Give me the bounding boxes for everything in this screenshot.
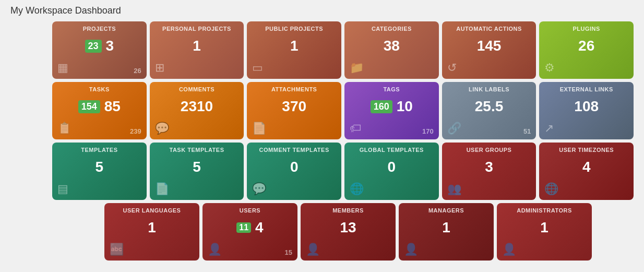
card-categories-title: CATEGORIES [350,26,434,32]
card-user-timezones-bottom: 🌐 [544,182,628,196]
tasks-badge: 154 [78,100,100,113]
card-comments-title: COMMENTS [155,86,239,92]
card-plugins-title: PLUGINS [544,26,628,32]
card-user-languages-bottom: 🔤 [110,243,194,256]
card-user-groups[interactable]: USER GROUPS 3 👥 [442,143,536,200]
card-user-timezones[interactable]: USER TIMEZONES 4 🌐 [539,143,634,200]
card-users-main: 11 4 [208,214,292,242]
card-users-title: USERS [208,207,292,214]
link-labels-icon: 🔗 [447,122,461,135]
card-link-labels-title: LINK LABELS [447,86,531,92]
card-comment-templates-bottom: 💬 [252,182,336,196]
card-public-projects[interactable]: PUBLIC PROJECTS 1 ▭ [247,21,341,79]
card-user-groups-bottom: 👥 [447,182,531,196]
tags-badge: 160 [371,100,392,113]
templates-icon: ▤ [57,182,68,196]
link-labels-number: 25.5 [475,98,504,115]
card-public-projects-main: 1 [252,32,336,60]
card-administrators[interactable]: ADMINISTRATORS 1 👤 [497,203,592,261]
card-global-templates-title: GLOBAL TEMPLATES [350,147,434,153]
card-categories-bottom: 📁 [350,61,434,75]
card-members[interactable]: MEMBERS 13 👤 [301,203,396,261]
templates-number: 5 [96,159,104,175]
attachments-icon: 📄 [252,122,266,135]
card-comments-bottom: 💬 [155,122,239,135]
card-public-projects-bottom: ▭ [252,61,336,75]
card-comment-templates-main: 0 [252,153,336,181]
card-categories[interactable]: CATEGORIES 38 📁 [344,21,439,79]
card-user-languages[interactable]: USER LANGUAGES 1 🔤 [104,203,199,261]
projects-sub: 26 [134,67,141,75]
categories-icon: 📁 [350,61,364,75]
card-task-templates-title: TASK TEMPLATES [155,147,239,153]
card-user-groups-title: USER GROUPS [447,147,531,153]
card-link-labels[interactable]: LINK LABELS 25.5 🔗 51 [442,82,536,139]
card-managers-main: 1 [404,214,488,242]
card-task-templates-main: 5 [155,153,239,181]
card-attachments-title: ATTACHMENTS [252,86,336,92]
card-projects[interactable]: PROJECTS 23 3 ▦ 26 [52,21,147,79]
categories-number: 38 [384,38,400,54]
card-automatic-actions-main: 145 [447,32,531,60]
link-labels-sub: 51 [523,127,531,135]
card-user-languages-main: 1 [110,214,194,242]
card-tasks[interactable]: TASKS 154 85 📋 239 [52,82,147,139]
external-links-number: 108 [574,98,599,115]
card-global-templates[interactable]: GLOBAL TEMPLATES 0 🌐 [344,143,439,200]
global-templates-icon: 🌐 [350,182,364,196]
card-templates-title: TEMPLATES [57,147,141,153]
users-badge: 11 [236,222,251,233]
global-templates-number: 0 [388,159,396,175]
user-timezones-number: 4 [582,159,591,175]
plugins-icon: ⚙ [544,61,555,75]
tasks-sub: 239 [130,127,141,135]
card-tags[interactable]: TAGS 160 10 🏷 170 [344,82,439,139]
card-automatic-actions[interactable]: AUTOMATIC ACTIONS 145 ↺ [442,21,536,79]
tags-sub: 170 [422,127,434,135]
users-sub: 15 [285,249,292,256]
automatic-actions-number: 145 [477,38,502,54]
users-icon: 👤 [208,243,222,256]
comment-templates-number: 0 [290,159,299,175]
row-1: PROJECTS 23 3 ▦ 26 PERSONAL PROJECTS 1 ⊞… [52,21,634,79]
card-tasks-main: 154 85 [57,92,141,121]
card-link-labels-bottom: 🔗 51 [447,122,531,135]
personal-projects-icon: ⊞ [155,61,164,75]
card-administrators-bottom: 👤 [502,243,587,256]
card-users-bottom: 👤 15 [208,243,292,256]
card-automatic-actions-bottom: ↺ [447,61,531,75]
card-comments[interactable]: COMMENTS 2310 💬 [150,82,244,139]
card-managers-title: MANAGERS [404,207,488,214]
card-tags-bottom: 🏷 170 [350,122,434,135]
card-external-links[interactable]: EXTERNAL LINKS 108 ↗ [539,82,634,139]
card-plugins-bottom: ⚙ [544,61,628,75]
card-global-templates-main: 0 [350,153,434,181]
card-personal-projects[interactable]: PERSONAL PROJECTS 1 ⊞ [150,21,244,79]
card-task-templates[interactable]: TASK TEMPLATES 5 📄 [150,143,244,200]
row-4: USER LANGUAGES 1 🔤 USERS 11 4 👤 15 MEMBE… [104,203,634,261]
card-templates-bottom: ▤ [57,182,141,196]
tags-icon: 🏷 [350,122,361,135]
card-attachments[interactable]: ATTACHMENTS 370 📄 [247,82,341,139]
card-templates[interactable]: TEMPLATES 5 ▤ [52,143,147,200]
card-managers[interactable]: MANAGERS 1 👤 [399,203,494,261]
tasks-icon: 📋 [57,122,71,135]
comments-icon: 💬 [155,122,169,135]
managers-number: 1 [442,219,450,236]
comment-templates-icon: 💬 [252,182,266,196]
tags-number: 10 [397,98,413,115]
personal-projects-number: 1 [193,38,201,54]
card-comment-templates-title: COMMENT TEMPLATES [252,147,336,153]
card-comment-templates[interactable]: COMMENT TEMPLATES 0 💬 [247,143,341,200]
card-global-templates-bottom: 🌐 [350,182,434,196]
card-external-links-title: EXTERNAL LINKS [544,86,628,92]
row-2: TASKS 154 85 📋 239 COMMENTS 2310 💬 ATTAC… [52,82,634,139]
members-icon: 👤 [306,243,320,256]
card-personal-projects-title: PERSONAL PROJECTS [155,26,239,32]
card-users[interactable]: USERS 11 4 👤 15 [202,203,297,261]
administrators-icon: 👤 [502,243,516,256]
card-personal-projects-bottom: ⊞ [155,61,239,75]
card-templates-main: 5 [57,153,141,181]
card-plugins[interactable]: PLUGINS 26 ⚙ [539,21,634,79]
card-attachments-main: 370 [252,92,336,121]
